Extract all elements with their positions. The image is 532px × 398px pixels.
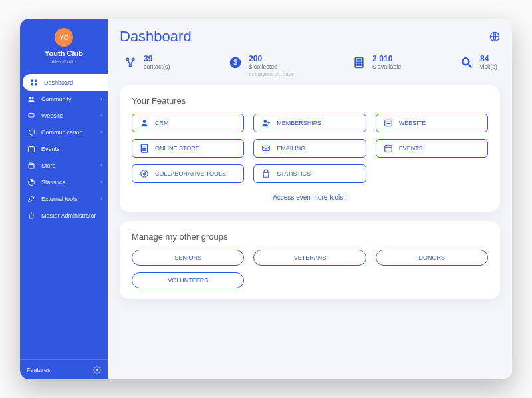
sidebar-item-store[interactable]: Store›: [20, 157, 108, 174]
sidebar-item-external-tools[interactable]: External tools›: [20, 190, 108, 207]
svg-point-17: [126, 58, 128, 60]
stat-label: $ available: [372, 63, 401, 70]
groups-grid: SENIORSVETERANSDONORSVOLUNTEERS: [132, 250, 488, 288]
sidebar-item-label: Communication: [41, 129, 83, 136]
svg-rect-2: [31, 83, 34, 86]
sidebar-item-label: Website: [41, 112, 63, 119]
svg-rect-1: [35, 79, 37, 82]
stat-value: 39: [144, 55, 170, 63]
globe-icon[interactable]: [489, 31, 500, 42]
access-more-tools-link[interactable]: Access even more tools !: [132, 194, 488, 201]
group-volunteers[interactable]: VOLUNTEERS: [132, 272, 244, 288]
feature-events[interactable]: EVENTS: [376, 139, 488, 158]
svg-text:$: $: [233, 59, 237, 66]
group-label: SENIORS: [174, 254, 201, 261]
mail-icon: [261, 143, 271, 154]
feature-label: WEBSITE: [399, 120, 426, 126]
chevron-right-icon: ›: [100, 179, 102, 185]
stat-block: 2 010$ available: [351, 55, 401, 77]
dollar2-icon: [139, 168, 150, 179]
features-grid: CRMMEMBERSHIPSWEBSITEONLINE STOREEMAILIN…: [132, 114, 488, 183]
svg-point-39: [142, 148, 143, 149]
sidebar-item-statistics[interactable]: Statistics›: [20, 174, 108, 190]
svg-point-41: [145, 148, 146, 149]
svg-point-19: [129, 65, 131, 67]
feature-label: MEMBERSHIPS: [277, 120, 321, 126]
search-icon: [459, 55, 475, 71]
svg-point-32: [143, 120, 146, 124]
sidebar-nav: DashboardCommunity›Website›Communication…: [20, 70, 108, 359]
group-label: DONORS: [419, 254, 446, 261]
feature-label: COLLABORATIVE TOOLS: [155, 170, 226, 177]
svg-point-25: [359, 62, 360, 63]
sidebar-item-label: Statistics: [41, 179, 65, 186]
feature-emailing[interactable]: EMAILING: [253, 139, 366, 158]
svg-line-31: [468, 65, 471, 68]
stat-value: 2 010: [372, 55, 401, 63]
chevron-right-icon: ›: [100, 96, 102, 102]
feature-collaborative-tools[interactable]: COLLABORATIVE TOOLS: [132, 164, 244, 183]
svg-point-4: [29, 97, 31, 99]
stat-block: 84visit(s): [459, 55, 497, 77]
sidebar-footer-label: Features: [27, 367, 51, 373]
calendar-icon: [27, 144, 36, 154]
feature-label: ONLINE STORE: [155, 145, 200, 152]
group-donors[interactable]: DONORS: [376, 250, 488, 266]
community-icon: [27, 95, 36, 104]
stats-row: 39contact(s)$200$ collectedIn the past 3…: [120, 51, 500, 85]
dollar-icon: $: [227, 55, 243, 71]
svg-point-40: [144, 148, 144, 149]
sidebar-item-events[interactable]: Events: [20, 140, 108, 157]
svg-point-18: [132, 58, 134, 60]
group-label: VETERANS: [294, 254, 327, 261]
feature-statistics[interactable]: STATISTICS: [253, 164, 366, 183]
svg-point-43: [144, 150, 144, 150]
sidebar-item-master-administrator[interactable]: Master Administrator: [20, 207, 108, 224]
feature-label: EMAILING: [277, 145, 305, 152]
brand-block: YC Youth Club Alex Collin: [20, 19, 108, 70]
svg-point-26: [360, 62, 362, 63]
stat-block: 39contact(s): [122, 55, 170, 77]
chevron-right-icon: ›: [100, 162, 102, 168]
svg-rect-3: [35, 83, 37, 86]
svg-rect-0: [31, 79, 34, 82]
brand-name: Youth Club: [20, 49, 108, 57]
stat-sublabel: In the past 30 days: [249, 71, 294, 77]
page-title: Dashboard: [120, 28, 192, 45]
trash-icon: [27, 211, 36, 220]
sidebar-item-label: Master Administrator: [41, 212, 96, 219]
browser-icon: [383, 118, 394, 128]
svg-rect-45: [263, 146, 270, 151]
sidebar-item-dashboard[interactable]: Dashboard: [23, 74, 108, 91]
stat-label: contact(s): [144, 63, 170, 70]
feature-memberships[interactable]: MEMBERSHIPS: [253, 114, 366, 132]
feature-online-store[interactable]: ONLINE STORE: [132, 139, 244, 158]
group-seniors[interactable]: SENIORS: [132, 250, 244, 266]
dashboard-icon: [29, 78, 39, 87]
groups-card: Manage my other groups SENIORSVETERANSDO…: [120, 221, 500, 299]
stat-value: 200: [249, 55, 294, 63]
chevron-right-icon: ›: [100, 112, 102, 118]
person-icon: [139, 118, 150, 128]
store-icon: [27, 161, 36, 170]
rocket-icon: [27, 194, 36, 204]
features-title: Your Features: [132, 96, 488, 106]
groups-title: Manage my other groups: [132, 232, 488, 242]
sidebar-item-community[interactable]: Community›: [20, 91, 108, 107]
person-plus-icon: [261, 118, 271, 128]
laptop-icon: [27, 111, 36, 120]
group-veterans[interactable]: VETERANS: [253, 250, 366, 266]
calendar2-icon: [383, 143, 394, 154]
sidebar-item-website[interactable]: Website›: [20, 107, 108, 124]
feature-crm[interactable]: CRM: [132, 114, 244, 132]
sidebar-footer[interactable]: Features: [20, 359, 108, 379]
sidebar-item-label: Community: [41, 96, 72, 102]
feature-label: STATISTICS: [277, 170, 311, 177]
chevron-right-icon: ›: [100, 196, 102, 202]
sidebar-item-communication[interactable]: Communication›: [20, 124, 108, 140]
sidebar-item-label: Events: [41, 146, 60, 152]
svg-rect-6: [29, 113, 34, 117]
svg-point-42: [142, 150, 143, 150]
feature-website[interactable]: WEBSITE: [376, 114, 488, 132]
svg-point-5: [32, 97, 34, 99]
